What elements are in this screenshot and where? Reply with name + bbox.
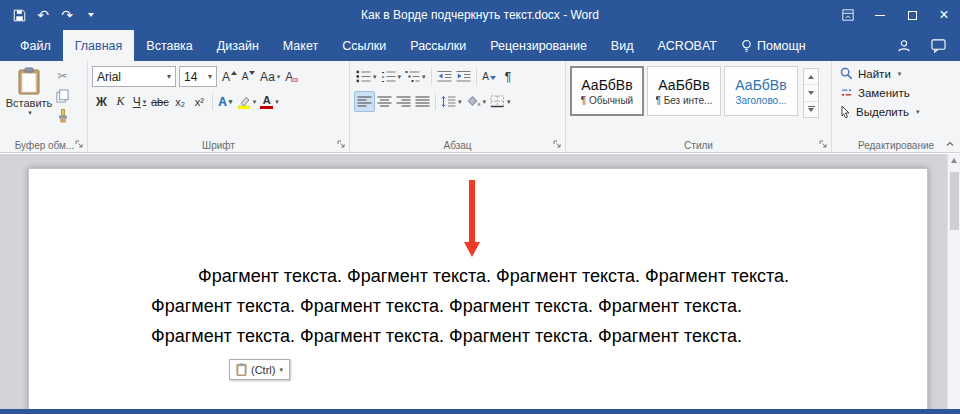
borders-button[interactable] (488, 91, 513, 112)
tab-layout[interactable]: Макет (271, 30, 330, 61)
show-paragraph-marks-button[interactable]: ¶ (499, 66, 518, 87)
change-case-button[interactable]: Аа (258, 66, 282, 87)
tab-file[interactable]: Файл (8, 30, 63, 61)
format-painter-button[interactable] (53, 107, 72, 125)
align-right-button[interactable] (394, 91, 413, 112)
font-color-bar (260, 106, 273, 109)
ribbon-display-options-button[interactable] (832, 0, 864, 30)
qat-customize-button[interactable] (80, 3, 102, 27)
grow-font-label: А (222, 70, 230, 84)
dialog-launcher-icon (75, 140, 84, 149)
replace-button[interactable]: Заменить (840, 83, 956, 102)
tab-view[interactable]: Вид (599, 30, 646, 61)
minimize-button[interactable] (864, 0, 896, 30)
numbering-button[interactable] (379, 66, 404, 87)
paragraph-group-label: Абзац (350, 140, 565, 151)
font-group-label: Шрифт (88, 140, 349, 151)
styles-gallery-more-button[interactable] (804, 102, 818, 117)
style-name: ¶ Обычный (581, 95, 633, 106)
shading-button[interactable] (464, 91, 489, 112)
font-family-value: Arial (97, 70, 121, 84)
maximize-button[interactable] (896, 0, 928, 30)
clear-formatting-button[interactable]: А (282, 66, 301, 87)
tab-design[interactable]: Дизайн (205, 30, 271, 61)
bullets-button[interactable] (354, 66, 379, 87)
paragraph-dialog-launcher[interactable] (552, 139, 563, 150)
collapse-ribbon-button[interactable] (943, 138, 957, 150)
down-triangle-icon (808, 91, 814, 95)
line-spacing-button[interactable] (439, 91, 464, 112)
justify-button[interactable] (413, 91, 432, 112)
tab-tell-me[interactable]: Помощн (729, 30, 818, 61)
tab-references[interactable]: Ссылки (330, 30, 398, 61)
tab-acrobat[interactable]: ACROBAT (645, 30, 729, 61)
redo-button[interactable]: ↷ (56, 3, 78, 27)
strikethrough-button[interactable]: abc (149, 91, 171, 112)
paste-button[interactable]: Вставить (6, 64, 52, 125)
eraser-icon (291, 78, 298, 82)
style-no-spacing[interactable]: АаБбВв ¶ Без инте... (647, 66, 721, 116)
down-triangle-icon (249, 71, 255, 75)
multilevel-list-button[interactable] (403, 66, 428, 87)
sort-label: А (482, 71, 489, 82)
font-family-select[interactable]: Arial (92, 66, 176, 87)
decrease-indent-button[interactable] (435, 66, 454, 87)
tab-home[interactable]: Главная (63, 30, 135, 61)
up-triangle-icon (231, 71, 237, 75)
styles-group-label: Стили (566, 140, 831, 151)
highlight-color-button[interactable] (235, 91, 259, 112)
sort-button[interactable]: А (480, 66, 499, 87)
ribbon-display-options-icon (842, 9, 854, 21)
scrollbar-thumb[interactable] (950, 172, 959, 230)
gallery-more-icon (808, 106, 815, 112)
superscript-button[interactable]: x² (190, 91, 209, 112)
increase-indent-button[interactable] (454, 66, 473, 87)
tab-review[interactable]: Рецензирование (478, 30, 599, 61)
editing-group-label: Редактирование (832, 140, 960, 151)
select-button[interactable]: Выделить (840, 102, 956, 121)
person-icon (897, 39, 911, 53)
save-button[interactable] (8, 3, 30, 27)
shrink-font-label: А (242, 71, 249, 82)
styles-gallery-scroll (803, 68, 819, 118)
styles-scroll-up-button[interactable] (804, 69, 818, 85)
bold-button[interactable]: Ж (92, 91, 111, 112)
cut-button[interactable]: ✂ (53, 67, 72, 85)
sign-in-button[interactable] (897, 39, 911, 53)
maximize-icon (908, 11, 917, 20)
font-color-button[interactable]: А (258, 91, 281, 112)
close-button[interactable]: × (928, 0, 960, 30)
align-left-button[interactable] (354, 91, 375, 112)
find-button[interactable]: Найти (840, 64, 956, 83)
subscript-button[interactable]: x₂ (171, 91, 190, 112)
font-size-select[interactable]: 14 (179, 66, 217, 87)
text-effects-button[interactable]: А (216, 91, 235, 112)
document-paragraph[interactable]: Фрагмент текста. Фрагмент текста. Фрагме… (151, 261, 806, 351)
undo-button[interactable]: ↶ (32, 3, 54, 27)
paste-options-button[interactable]: (Ctrl) (229, 359, 290, 380)
grow-font-button[interactable]: А (220, 66, 239, 87)
status-bar (0, 409, 960, 414)
italic-button[interactable]: К (111, 91, 130, 112)
style-name: ¶ Без инте... (656, 95, 713, 106)
copy-icon (56, 89, 69, 103)
vertical-scrollbar[interactable] (947, 154, 960, 409)
style-heading-1[interactable]: АаБбВв Заголово... (724, 66, 798, 116)
separator (476, 68, 477, 85)
styles-dialog-launcher[interactable] (818, 139, 829, 150)
style-name: Заголово... (736, 95, 787, 106)
clipboard-icon (236, 363, 247, 376)
tab-mailings[interactable]: Рассылки (398, 30, 478, 61)
numbering-icon (381, 70, 396, 83)
font-dialog-launcher[interactable] (336, 139, 347, 150)
clipboard-dialog-launcher[interactable] (74, 139, 85, 150)
underline-button[interactable]: Ч (130, 91, 149, 112)
shrink-font-button[interactable]: А (239, 66, 258, 87)
copy-button[interactable] (53, 87, 72, 105)
share-comments-button[interactable] (931, 39, 946, 53)
tab-insert[interactable]: Вставка (134, 30, 204, 61)
align-center-button[interactable] (375, 91, 394, 112)
styles-scroll-down-button[interactable] (804, 85, 818, 101)
up-triangle-icon (808, 75, 814, 79)
style-normal[interactable]: АаБбВв ¶ Обычный (570, 66, 644, 116)
